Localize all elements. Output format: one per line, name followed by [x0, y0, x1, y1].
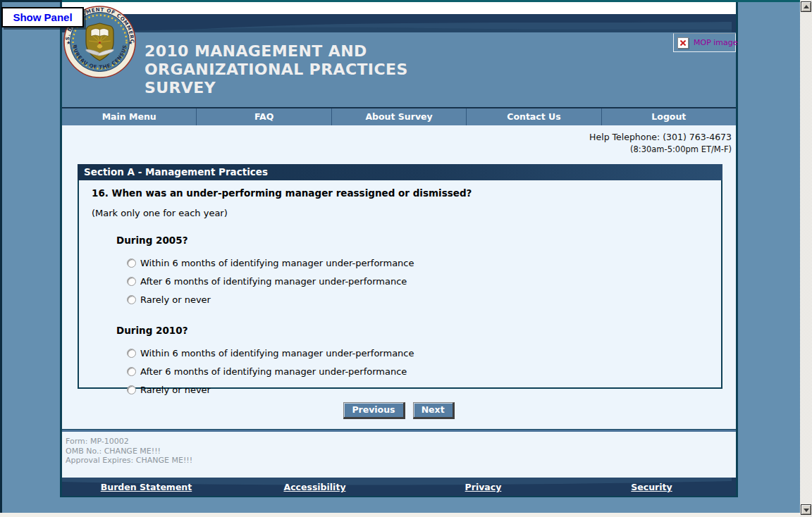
show-panel-button[interactable]: Show Panel [1, 7, 84, 27]
radio-option-2005-after6[interactable]: After 6 months of identifying manager un… [127, 276, 721, 287]
omb-number: OMB No.: CHANGE ME!!! [66, 447, 736, 456]
security-link[interactable]: Security [631, 482, 672, 492]
window-left-edge [0, 0, 2, 513]
radio-button[interactable] [127, 385, 136, 394]
browser-viewport: Show Panel U.S. DEPARTMENT OF COMMERCE [0, 0, 812, 517]
help-telephone: Help Telephone: (301) 763-4673 (8:30am-5… [62, 132, 736, 154]
broken-image-label: MOP image [694, 38, 738, 47]
help-telephone-number: Help Telephone: (301) 763-4673 [62, 132, 732, 142]
broken-image-icon [677, 37, 689, 49]
scroll-up-icon [804, 5, 809, 8]
nav-about-survey[interactable]: About Survey [331, 108, 466, 125]
question-instruction: (Mark only one for each year) [92, 208, 721, 218]
radio-label: Rarely or never [140, 385, 211, 395]
navigation-buttons: Previous Next [62, 402, 736, 419]
radio-option-2005-rarely[interactable]: Rarely or never [127, 294, 721, 305]
nav-main-menu[interactable]: Main Menu [62, 108, 196, 125]
radio-label: After 6 months of identifying manager un… [140, 366, 407, 377]
radio-label: Within 6 months of identifying manager u… [140, 258, 414, 268]
nav-contact-us[interactable]: Contact Us [466, 108, 601, 125]
form-number: Form: MP-10002 [66, 437, 736, 447]
radio-label: Within 6 months of identifying manager u… [140, 348, 414, 359]
footer-link-bar: Burden Statement Accessibility Privacy S… [62, 478, 736, 497]
radio-option-2010-after6[interactable]: After 6 months of identifying manager un… [127, 366, 721, 377]
radio-label: Rarely or never [140, 294, 211, 305]
title-line-3: SURVEY [144, 79, 408, 97]
approval-expires: Approval Expires: CHANGE ME!!! [66, 456, 736, 466]
title-line-2: ORGANIZATIONAL PRACTICES [144, 61, 408, 79]
radio-button[interactable] [127, 295, 136, 304]
accessibility-link[interactable]: Accessibility [283, 482, 345, 492]
question-text: 16. When was an under-performing manager… [92, 187, 721, 199]
main-frame: U.S. DEPARTMENT OF COMMERCE BUREAU OF TH… [60, 2, 738, 497]
survey-title: 2010 MANAGEMENT AND ORGANIZATIONAL PRACT… [144, 42, 408, 97]
radio-button[interactable] [127, 258, 136, 268]
seal-star-left: ★ [66, 40, 70, 46]
scrollbar-down-button[interactable] [801, 504, 811, 515]
radio-button[interactable] [127, 277, 136, 286]
radio-option-2010-within6[interactable]: Within 6 months of identifying manager u… [127, 348, 721, 359]
previous-button[interactable]: Previous [343, 402, 405, 419]
radio-button[interactable] [127, 349, 136, 358]
wave-graphic [62, 14, 732, 32]
header-wave-band [62, 14, 736, 32]
group-label-2010: During 2010? [116, 325, 721, 336]
scroll-down-icon [804, 509, 809, 512]
privacy-link[interactable]: Privacy [465, 482, 502, 492]
section-box: Section A - Management Practices 16. Whe… [78, 164, 722, 389]
help-telephone-hours: (8:30am-5:00pm ET/M-F) [62, 144, 732, 154]
nav-logout[interactable]: Logout [601, 108, 736, 125]
section-header: Section A - Management Practices [78, 164, 722, 180]
page-content: Help Telephone: (301) 763-4673 (8:30am-5… [62, 125, 736, 429]
radio-option-2005-within6[interactable]: Within 6 months of identifying manager u… [127, 258, 721, 268]
broken-image-placeholder: MOP image [673, 33, 736, 52]
radio-label: After 6 months of identifying manager un… [140, 276, 407, 287]
radio-button[interactable] [127, 367, 136, 376]
section-body: 16. When was an under-performing manager… [78, 180, 722, 389]
nav-faq[interactable]: FAQ [196, 108, 331, 125]
next-button[interactable]: Next [413, 402, 455, 419]
window-top-edge [0, 0, 62, 2]
burden-statement-link[interactable]: Burden Statement [101, 482, 192, 492]
scrollbar-up-button[interactable] [801, 1, 811, 12]
survey-header: U.S. DEPARTMENT OF COMMERCE BUREAU OF TH… [62, 32, 736, 107]
main-navigation: Main Menu FAQ About Survey Contact Us Lo… [62, 107, 736, 125]
seal-red-dot [99, 42, 101, 44]
title-line-1: 2010 MANAGEMENT AND [144, 42, 408, 61]
vertical-scrollbar[interactable] [800, 0, 812, 517]
header-white-strip [62, 2, 736, 14]
window-bottom-strip [0, 513, 800, 517]
radio-option-2010-rarely[interactable]: Rarely or never [127, 385, 721, 395]
form-info: Form: MP-10002 OMB No.: CHANGE ME!!! App… [62, 432, 736, 478]
group-label-2005: During 2005? [116, 235, 721, 246]
seal-star-right: ★ [128, 40, 133, 46]
